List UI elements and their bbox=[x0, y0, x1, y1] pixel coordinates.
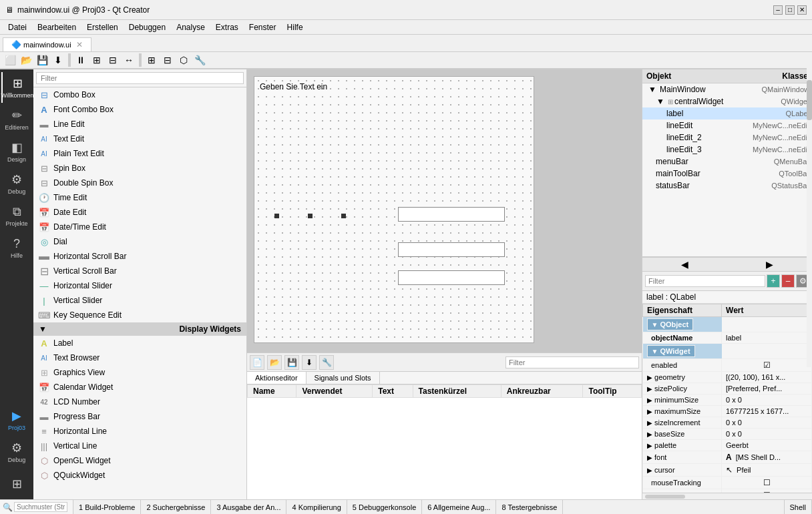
canvas-text-label[interactable]: Geben Sie Text ein bbox=[260, 82, 327, 91]
menu-debuggen[interactable]: Debuggen bbox=[124, 21, 171, 33]
prop-maxsize[interactable]: ▶ maximumSize 16777215 x 1677... bbox=[643, 406, 812, 417]
action-btn-down[interactable]: ⬇ bbox=[302, 355, 317, 370]
toolbar-btn-6[interactable]: ⊞ bbox=[89, 53, 104, 67]
widget-item-progress-bar[interactable]: ▬ Progress Bar bbox=[33, 409, 246, 424]
prop-font-val[interactable]: A [MS Shell D... bbox=[722, 451, 812, 464]
tab-shell[interactable]: Shell bbox=[785, 500, 812, 514]
canvas-widget-3[interactable] bbox=[398, 270, 505, 285]
prop-maxsize-val[interactable]: 16777215 x 1677... bbox=[722, 406, 812, 417]
tree-lineedit3[interactable]: lineEdit_3 MyNewC...neEdit bbox=[642, 144, 812, 156]
prop-minsize[interactable]: ▶ minimumSize 0 x 0 bbox=[643, 395, 812, 406]
widget-item-time-edit[interactable]: 🕐 Time Edit bbox=[33, 190, 246, 205]
prop-enabled-val[interactable]: ☑ bbox=[722, 359, 812, 372]
toolbar-btn-5[interactable]: ⏸ bbox=[73, 53, 88, 67]
action-btn-save[interactable]: 💾 bbox=[284, 355, 299, 370]
tree-nav-right[interactable]: ▶ bbox=[727, 258, 812, 271]
tree-lineedit2[interactable]: lineEdit_2 MyNewC...neEdit bbox=[642, 132, 812, 144]
prop-objectname[interactable]: objectName label bbox=[643, 332, 812, 344]
minimize-button[interactable]: – bbox=[773, 5, 783, 15]
widget-item-opengl[interactable]: ⬡ OpenGL Widget bbox=[33, 453, 246, 468]
toolbar-btn-4[interactable]: ⬇ bbox=[51, 53, 65, 67]
widget-item-graphics-view[interactable]: ⊞ Graphics View bbox=[33, 365, 246, 380]
prop-basesize-val[interactable]: 0 x 0 bbox=[722, 429, 812, 440]
action-btn-new[interactable]: 📄 bbox=[250, 355, 264, 370]
section-qwidget[interactable]: ▼ QWidget bbox=[643, 344, 722, 358]
widget-item-key-seq[interactable]: ⌨ Key Sequence Edit bbox=[33, 308, 246, 322]
widget-item-font-combo-box[interactable]: A Font Combo Box bbox=[33, 102, 246, 117]
section-qobject[interactable]: ▼ QObject bbox=[643, 317, 722, 332]
widget-item-vert-scroll[interactable]: ⊟ Vertical Scroll Bar bbox=[33, 264, 246, 278]
widget-item-text-browser[interactable]: AI Text Browser bbox=[33, 350, 246, 365]
tab-kompilierung[interactable]: 4 Kompilierung bbox=[286, 500, 347, 514]
activity-design[interactable]: ◧ Design bbox=[1, 136, 32, 167]
widget-item-label[interactable]: A Label bbox=[33, 336, 246, 350]
tree-nav-left[interactable]: ◀ bbox=[642, 258, 727, 271]
widget-item-date-edit[interactable]: 📅 Date Edit bbox=[33, 205, 246, 220]
prop-hscroll[interactable] bbox=[642, 493, 812, 499]
menu-analyse[interactable]: Analyse bbox=[171, 21, 210, 33]
prop-sizepolicy-val[interactable]: [Preferred, Pref... bbox=[722, 383, 812, 395]
canvas-scroll[interactable]: Geben Sie Text ein bbox=[247, 69, 642, 352]
activity-debug[interactable]: ⚙ Debug bbox=[1, 168, 32, 199]
maximize-button[interactable]: □ bbox=[785, 5, 795, 15]
tab-ausgabe[interactable]: 3 Ausgabe der An... bbox=[211, 500, 286, 514]
activity-debug2[interactable]: ⚙ Debug bbox=[1, 437, 32, 467]
tree-toolbar[interactable]: mainToolBar QToolBar bbox=[642, 168, 812, 180]
widget-item-spin-box[interactable]: ⊟ Spin Box bbox=[33, 161, 246, 176]
widget-item-lcd[interactable]: 42 LCD Number bbox=[33, 395, 246, 409]
canvas-widget-1[interactable] bbox=[398, 207, 505, 222]
prop-add-btn[interactable]: + bbox=[767, 274, 780, 288]
tree-centralwidget[interactable]: ▼ ⊞ centralWidget QWidget bbox=[642, 95, 812, 107]
qwidget-toggle[interactable]: ▼ bbox=[652, 348, 658, 355]
widget-item-text-edit[interactable]: AI Text Edit bbox=[33, 132, 246, 146]
tab-aktionseditor[interactable]: Aktionseditor bbox=[247, 372, 307, 384]
widget-item-dial[interactable]: ◎ Dial bbox=[33, 234, 246, 249]
toolbar-btn-10[interactable]: ⊟ bbox=[160, 53, 175, 67]
prop-geometry[interactable]: ▶ geometry [(20, 100), 161 x... bbox=[643, 372, 812, 383]
menu-bearbeiten[interactable]: Bearbeiten bbox=[32, 21, 81, 33]
tab-tester[interactable]: 8 Testergebnisse bbox=[496, 500, 563, 514]
widget-item-line-edit[interactable]: ▬ Line Edit bbox=[33, 117, 246, 132]
menu-datei[interactable]: Datei bbox=[3, 21, 32, 33]
tab-allgemeine[interactable]: 6 Allgemeine Aug... bbox=[422, 500, 496, 514]
prop-enabled[interactable]: enabled ☑ bbox=[643, 359, 812, 372]
prop-palette-val[interactable]: Geerbt bbox=[722, 440, 812, 451]
widget-item-horiz-scroll[interactable]: ▬ Horizontal Scroll Bar bbox=[33, 249, 246, 264]
widget-item-horiz-line[interactable]: ≡ Horizontal Line bbox=[33, 424, 246, 439]
widget-item-combo-box[interactable]: ⊟ Combo Box bbox=[33, 87, 246, 102]
activity-proj03[interactable]: ▶ Proj03 bbox=[1, 405, 32, 435]
menu-hilfe[interactable]: Hilfe bbox=[282, 21, 309, 33]
activity-willkommen[interactable]: ⊞ Willkommen bbox=[1, 72, 32, 103]
prop-geometry-val[interactable]: [(20, 100), 161 x... bbox=[722, 372, 812, 383]
widget-item-vert-line[interactable]: ||| Vertical Line bbox=[33, 439, 246, 453]
prop-sizeincrement-val[interactable]: 0 x 0 bbox=[722, 417, 812, 429]
activity-hilfe[interactable]: ? Hilfe bbox=[1, 232, 32, 263]
toolbar-btn-3[interactable]: 💾 bbox=[35, 53, 49, 67]
toolbar-btn-12[interactable]: 🔧 bbox=[192, 53, 207, 67]
prop-filter-input[interactable] bbox=[645, 275, 765, 287]
prop-mousetracking-val[interactable]: ☐ bbox=[722, 477, 812, 489]
widget-item-datetime-edit[interactable]: 📅 Date/Time Edit bbox=[33, 220, 246, 234]
tree-toggle-central[interactable]: ▼ bbox=[656, 97, 665, 106]
toolbar-btn-2[interactable]: 📂 bbox=[19, 53, 33, 67]
widget-filter-input[interactable] bbox=[36, 72, 244, 84]
prop-mousetracking[interactable]: mouseTracking ☐ bbox=[643, 477, 812, 489]
prop-sizepolicy[interactable]: ▶ sizePolicy [Preferred, Pref... bbox=[643, 383, 812, 395]
menu-fenster[interactable]: Fenster bbox=[244, 21, 282, 33]
menu-erstellen[interactable]: Erstellen bbox=[81, 21, 124, 33]
canvas-widget-2[interactable] bbox=[398, 242, 505, 257]
tree-lineedit[interactable]: lineEdit MyNewC...neEdit bbox=[642, 119, 812, 132]
tab-signals-slots[interactable]: Signals und Slots bbox=[307, 372, 380, 384]
activity-projekte[interactable]: ⧉ Projekte bbox=[1, 200, 32, 231]
toolbar-btn-7[interactable]: ⊟ bbox=[106, 53, 120, 67]
tab-mainwindow-ui[interactable]: 🔷 mainwindow.ui ✕ bbox=[3, 37, 91, 51]
toolbar-btn-8[interactable]: ↔ bbox=[122, 53, 136, 67]
search-input[interactable] bbox=[14, 502, 67, 512]
widget-item-double-spin-box[interactable]: ⊟ Double Spin Box bbox=[33, 176, 246, 190]
tab-search[interactable]: 2 Suchergebnisse bbox=[141, 500, 211, 514]
tab-build[interactable]: 1 Build-Probleme bbox=[73, 500, 141, 514]
tree-mainwindow[interactable]: ▼ MainWindow QMainWindow bbox=[642, 83, 812, 95]
prop-objectname-val[interactable]: label bbox=[722, 332, 812, 344]
display-widgets-header[interactable]: ▼ Display Widgets bbox=[33, 322, 246, 336]
tree-label[interactable]: label QLabel bbox=[642, 107, 812, 119]
